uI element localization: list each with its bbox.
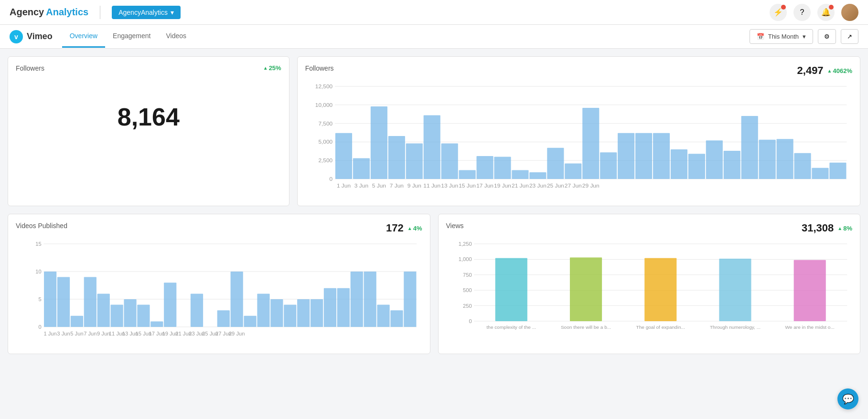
svg-rect-12 xyxy=(335,133,352,179)
filter-icon: ⚙ xyxy=(824,33,830,40)
videos-published-card: Videos Published 172 4% 0510151 Jun3 Jun… xyxy=(8,214,430,354)
svg-rect-23 xyxy=(529,172,546,179)
svg-text:13 Jun: 13 Jun xyxy=(441,183,458,189)
filter-button[interactable]: ⚙ xyxy=(818,29,836,44)
followers-big-number: 8,164 xyxy=(16,103,281,131)
svg-text:19 Jun: 19 Jun xyxy=(494,183,511,189)
svg-rect-91 xyxy=(404,272,416,327)
svg-rect-17 xyxy=(423,115,440,179)
svg-rect-86 xyxy=(337,288,350,327)
followers-chart-value: 2,497 xyxy=(797,64,824,77)
svg-text:7,500: 7,500 xyxy=(318,121,332,126)
svg-text:15 Jun: 15 Jun xyxy=(459,183,476,189)
svg-rect-65 xyxy=(57,277,70,327)
tab-overview[interactable]: Overview xyxy=(62,25,105,48)
sub-nav-left: v Vimeo Overview Engagement Videos xyxy=(10,25,194,48)
svg-text:2,500: 2,500 xyxy=(318,158,332,163)
svg-rect-16 xyxy=(406,144,422,179)
lightning-button[interactable]: ⚡ xyxy=(770,4,787,21)
svg-text:9 Jun: 9 Jun xyxy=(97,331,110,336)
svg-rect-35 xyxy=(741,116,758,179)
svg-text:21 Jun: 21 Jun xyxy=(512,183,529,189)
sub-nav: v Vimeo Overview Engagement Videos 📅 Thi… xyxy=(0,25,868,49)
svg-text:0: 0 xyxy=(329,177,332,182)
svg-rect-87 xyxy=(351,272,363,327)
notifications-button[interactable]: 🔔 xyxy=(817,4,835,21)
svg-rect-80 xyxy=(257,293,269,327)
videos-published-header-right: 172 4% xyxy=(386,222,422,234)
svg-text:0: 0 xyxy=(38,325,41,330)
svg-text:5 Jun: 5 Jun xyxy=(372,183,386,189)
svg-text:7 Jun: 7 Jun xyxy=(84,331,96,336)
svg-text:0: 0 xyxy=(469,319,472,324)
share-icon: ↗ xyxy=(847,33,852,40)
svg-rect-36 xyxy=(759,140,775,179)
lightning-badge xyxy=(781,5,786,10)
vimeo-icon: v xyxy=(10,30,23,43)
share-button[interactable]: ↗ xyxy=(841,29,858,44)
svg-rect-77 xyxy=(217,310,230,327)
svg-text:23 Jun: 23 Jun xyxy=(529,183,547,189)
logo: AgencyAnalytics xyxy=(10,7,88,18)
svg-rect-40 xyxy=(829,163,846,179)
svg-rect-70 xyxy=(124,299,136,327)
views-value: 31,308 xyxy=(802,222,834,234)
svg-text:27 Jun: 27 Jun xyxy=(565,183,582,189)
notification-badge xyxy=(829,5,834,10)
svg-text:11 Jun: 11 Jun xyxy=(423,183,440,189)
svg-rect-25 xyxy=(565,163,581,179)
svg-text:We are in the midst o...: We are in the midst o... xyxy=(785,325,834,330)
svg-rect-120 xyxy=(569,258,601,321)
svg-rect-14 xyxy=(370,106,387,179)
followers-chart-header: Followers 2,497 4062% xyxy=(305,64,852,77)
followers-small-title: Followers xyxy=(16,64,44,72)
svg-text:Soon there will be a b...: Soon there will be a b... xyxy=(560,325,611,330)
svg-rect-78 xyxy=(231,272,243,327)
svg-rect-26 xyxy=(582,108,599,179)
top-nav-left: AgencyAnalytics AgencyAnalytics ▾ xyxy=(10,6,181,19)
top-nav-right: ⚡ ? 🔔 xyxy=(770,4,858,21)
svg-rect-90 xyxy=(390,310,403,327)
views-card: Views 31,308 8% 02505007501,0001,250the … xyxy=(438,214,861,354)
videos-published-chart-container: 0510151 Jun3 Jun5 Jun7 Jun9 Jun11 Jun13 … xyxy=(16,239,422,346)
svg-rect-121 xyxy=(644,258,676,321)
views-title: Views xyxy=(446,222,464,230)
svg-rect-88 xyxy=(364,272,376,327)
agency-analytics-button[interactable]: AgencyAnalytics ▾ xyxy=(112,6,181,19)
svg-rect-82 xyxy=(284,305,296,327)
svg-text:10: 10 xyxy=(35,269,42,274)
calendar-icon: 📅 xyxy=(757,33,764,40)
svg-rect-79 xyxy=(244,316,256,327)
svg-rect-119 xyxy=(495,258,527,321)
tab-engagement[interactable]: Engagement xyxy=(105,25,158,48)
svg-rect-27 xyxy=(600,152,617,179)
svg-rect-72 xyxy=(150,321,163,327)
svg-rect-33 xyxy=(706,140,722,179)
svg-rect-20 xyxy=(476,156,493,179)
logo-agency: Agency xyxy=(10,7,44,18)
date-range-button[interactable]: 📅 This Month ▾ xyxy=(750,29,813,44)
svg-rect-13 xyxy=(353,158,370,179)
bottom-row: Videos Published 172 4% 0510151 Jun3 Jun… xyxy=(8,214,860,354)
help-button[interactable]: ? xyxy=(793,4,811,21)
tab-videos[interactable]: Videos xyxy=(158,25,194,48)
svg-text:15: 15 xyxy=(35,241,42,247)
followers-chart-badge: 4062% xyxy=(827,67,852,74)
svg-rect-73 xyxy=(164,283,176,327)
svg-rect-122 xyxy=(719,259,751,321)
svg-text:12,500: 12,500 xyxy=(315,84,332,89)
followers-small-card: Followers 25% 8,164 xyxy=(8,56,289,206)
top-nav: AgencyAnalytics AgencyAnalytics ▾ ⚡ ? 🔔 xyxy=(0,0,868,25)
svg-rect-123 xyxy=(793,260,825,321)
svg-rect-38 xyxy=(794,153,811,179)
svg-text:250: 250 xyxy=(463,303,472,308)
followers-small-header: Followers 25% xyxy=(16,64,281,74)
svg-text:7 Jun: 7 Jun xyxy=(389,183,403,189)
svg-text:5 Jun: 5 Jun xyxy=(70,331,83,336)
svg-text:3 Jun: 3 Jun xyxy=(354,183,368,189)
svg-text:10,000: 10,000 xyxy=(315,103,332,108)
svg-text:29 Jun: 29 Jun xyxy=(229,331,245,336)
svg-rect-19 xyxy=(459,170,475,179)
svg-text:the complexity of the ...: the complexity of the ... xyxy=(486,325,536,330)
avatar[interactable] xyxy=(841,4,858,21)
